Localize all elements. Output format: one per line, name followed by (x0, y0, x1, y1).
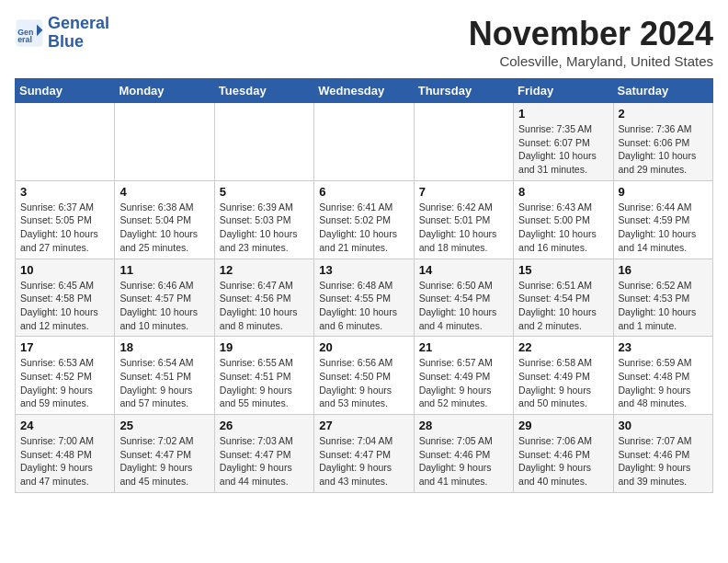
day-number: 15 (518, 263, 608, 277)
calendar-cell: 15Sunrise: 6:51 AMSunset: 4:54 PMDayligh… (514, 259, 613, 337)
calendar-cell (414, 103, 513, 181)
calendar-cell: 20Sunrise: 6:56 AMSunset: 4:50 PMDayligh… (314, 337, 414, 415)
calendar-cell: 19Sunrise: 6:55 AMSunset: 4:51 PMDayligh… (214, 337, 313, 415)
day-info: Sunrise: 6:48 AMSunset: 4:55 PMDaylight:… (319, 279, 408, 333)
calendar-cell: 17Sunrise: 6:53 AMSunset: 4:52 PMDayligh… (16, 337, 115, 415)
day-number: 8 (518, 185, 608, 199)
logo-text: General Blue (48, 15, 109, 52)
column-header-wednesday: Wednesday (314, 79, 414, 103)
calendar-cell: 4Sunrise: 6:38 AMSunset: 5:04 PMDaylight… (115, 180, 214, 259)
column-header-thursday: Thursday (414, 79, 513, 103)
calendar-cell: 23Sunrise: 6:59 AMSunset: 4:48 PMDayligh… (613, 337, 712, 415)
day-info: Sunrise: 6:51 AMSunset: 4:54 PMDaylight:… (518, 279, 608, 333)
day-number: 26 (220, 419, 309, 432)
calendar-cell: 26Sunrise: 7:03 AMSunset: 4:47 PMDayligh… (214, 415, 313, 493)
day-info: Sunrise: 7:07 AMSunset: 4:46 PMDaylight:… (619, 434, 708, 488)
calendar-cell: 8Sunrise: 6:43 AMSunset: 5:00 PMDaylight… (514, 180, 613, 259)
day-number: 12 (220, 263, 309, 277)
logo-line2: Blue (48, 33, 109, 52)
calendar-cell: 13Sunrise: 6:48 AMSunset: 4:55 PMDayligh… (314, 259, 414, 337)
svg-text:eral: eral (17, 35, 32, 44)
day-number: 25 (119, 419, 209, 432)
day-info: Sunrise: 6:43 AMSunset: 5:00 PMDaylight:… (518, 201, 608, 255)
day-info: Sunrise: 6:58 AMSunset: 4:49 PMDaylight:… (518, 356, 608, 410)
day-info: Sunrise: 6:47 AMSunset: 4:56 PMDaylight:… (220, 279, 309, 333)
day-number: 21 (419, 340, 508, 354)
day-number: 23 (619, 340, 708, 354)
day-number: 10 (20, 263, 109, 277)
day-info: Sunrise: 6:59 AMSunset: 4:48 PMDaylight:… (619, 356, 708, 410)
column-header-friday: Friday (514, 79, 613, 103)
day-number: 14 (419, 263, 508, 277)
day-info: Sunrise: 6:50 AMSunset: 4:54 PMDaylight:… (419, 279, 508, 333)
calendar-cell: 22Sunrise: 6:58 AMSunset: 4:49 PMDayligh… (514, 337, 613, 415)
calendar-cell: 29Sunrise: 7:06 AMSunset: 4:46 PMDayligh… (514, 415, 613, 493)
day-number: 4 (119, 185, 209, 199)
day-number: 29 (518, 419, 608, 432)
day-number: 6 (319, 185, 408, 199)
day-number: 7 (419, 185, 508, 199)
calendar-cell: 27Sunrise: 7:04 AMSunset: 4:47 PMDayligh… (314, 415, 414, 493)
day-info: Sunrise: 7:36 AMSunset: 6:06 PMDaylight:… (619, 122, 708, 177)
day-info: Sunrise: 6:55 AMSunset: 4:51 PMDaylight:… (220, 356, 309, 410)
calendar-cell: 2Sunrise: 7:36 AMSunset: 6:06 PMDaylight… (613, 103, 712, 181)
day-number: 18 (119, 340, 209, 354)
day-number: 16 (619, 263, 708, 277)
calendar-cell: 24Sunrise: 7:00 AMSunset: 4:48 PMDayligh… (16, 415, 115, 493)
calendar-cell: 11Sunrise: 6:46 AMSunset: 4:57 PMDayligh… (115, 259, 214, 337)
day-number: 28 (419, 419, 508, 432)
day-info: Sunrise: 7:03 AMSunset: 4:47 PMDaylight:… (220, 434, 309, 488)
logo-line1: General (48, 15, 109, 33)
calendar-cell: 10Sunrise: 6:45 AMSunset: 4:58 PMDayligh… (16, 259, 115, 337)
calendar-week-row: 17Sunrise: 6:53 AMSunset: 4:52 PMDayligh… (16, 337, 713, 415)
day-number: 22 (518, 340, 608, 354)
day-number: 13 (319, 263, 408, 277)
calendar-cell: 7Sunrise: 6:42 AMSunset: 5:01 PMDaylight… (414, 180, 513, 259)
calendar-header-row: SundayMondayTuesdayWednesdayThursdayFrid… (16, 79, 713, 103)
day-number: 9 (619, 185, 708, 199)
calendar-week-row: 3Sunrise: 6:37 AMSunset: 5:05 PMDaylight… (16, 180, 713, 259)
calendar-cell: 16Sunrise: 6:52 AMSunset: 4:53 PMDayligh… (613, 259, 712, 337)
calendar-week-row: 10Sunrise: 6:45 AMSunset: 4:58 PMDayligh… (16, 259, 713, 337)
day-info: Sunrise: 6:44 AMSunset: 4:59 PMDaylight:… (619, 201, 708, 255)
month-title: November 2024 (469, 15, 713, 53)
calendar-cell (314, 103, 414, 181)
day-info: Sunrise: 6:53 AMSunset: 4:52 PMDaylight:… (20, 356, 109, 410)
day-info: Sunrise: 6:52 AMSunset: 4:53 PMDaylight:… (619, 279, 708, 333)
column-header-sunday: Sunday (16, 79, 115, 103)
day-info: Sunrise: 7:02 AMSunset: 4:47 PMDaylight:… (119, 434, 209, 488)
day-number: 2 (619, 107, 708, 121)
calendar-week-row: 24Sunrise: 7:00 AMSunset: 4:48 PMDayligh… (16, 415, 713, 493)
logo-icon: Gen eral (15, 18, 44, 48)
calendar-table: SundayMondayTuesdayWednesdayThursdayFrid… (15, 78, 713, 493)
day-info: Sunrise: 7:06 AMSunset: 4:46 PMDaylight:… (518, 434, 608, 488)
day-info: Sunrise: 6:37 AMSunset: 5:05 PMDaylight:… (20, 201, 109, 255)
day-number: 19 (220, 340, 309, 354)
day-info: Sunrise: 6:38 AMSunset: 5:04 PMDaylight:… (119, 201, 209, 255)
title-block: November 2024 Colesville, Maryland, Unit… (469, 15, 713, 69)
calendar-cell: 30Sunrise: 7:07 AMSunset: 4:46 PMDayligh… (613, 415, 712, 493)
calendar-cell: 1Sunrise: 7:35 AMSunset: 6:07 PMDaylight… (514, 103, 613, 181)
day-info: Sunrise: 7:05 AMSunset: 4:46 PMDaylight:… (419, 434, 508, 488)
day-number: 24 (20, 419, 109, 432)
day-info: Sunrise: 6:41 AMSunset: 5:02 PMDaylight:… (319, 201, 408, 255)
day-info: Sunrise: 6:54 AMSunset: 4:51 PMDaylight:… (119, 356, 209, 410)
calendar-cell: 5Sunrise: 6:39 AMSunset: 5:03 PMDaylight… (214, 180, 313, 259)
day-number: 11 (119, 263, 209, 277)
day-info: Sunrise: 6:39 AMSunset: 5:03 PMDaylight:… (220, 201, 309, 255)
calendar-cell: 3Sunrise: 6:37 AMSunset: 5:05 PMDaylight… (16, 180, 115, 259)
day-number: 27 (319, 419, 408, 432)
column-header-monday: Monday (115, 79, 214, 103)
day-number: 17 (20, 340, 109, 354)
day-number: 1 (518, 107, 608, 121)
day-info: Sunrise: 6:57 AMSunset: 4:49 PMDaylight:… (419, 356, 508, 410)
calendar-cell: 9Sunrise: 6:44 AMSunset: 4:59 PMDaylight… (613, 180, 712, 259)
calendar-cell: 6Sunrise: 6:41 AMSunset: 5:02 PMDaylight… (314, 180, 414, 259)
day-info: Sunrise: 7:04 AMSunset: 4:47 PMDaylight:… (319, 434, 408, 488)
day-info: Sunrise: 6:46 AMSunset: 4:57 PMDaylight:… (119, 279, 209, 333)
page-header: Gen eral General Blue November 2024 Cole… (15, 15, 713, 69)
calendar-cell: 14Sunrise: 6:50 AMSunset: 4:54 PMDayligh… (414, 259, 513, 337)
location: Colesville, Maryland, United States (469, 53, 713, 69)
calendar-cell: 12Sunrise: 6:47 AMSunset: 4:56 PMDayligh… (214, 259, 313, 337)
column-header-tuesday: Tuesday (214, 79, 313, 103)
